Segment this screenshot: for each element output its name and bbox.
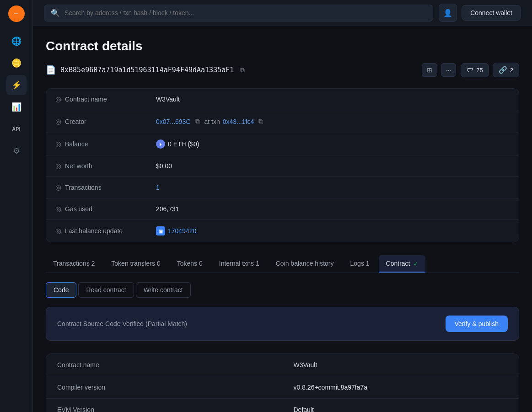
contract-file-icon: 📄 — [46, 65, 56, 75]
address-bar: 📄 0xB85e9607a719a1d51963114aF94F49dAa133… — [46, 63, 519, 77]
detail-label-transactions: ◎ Transactions — [55, 183, 156, 192]
detail-row-transactions: ◎ Transactions 1 — [46, 177, 519, 198]
tab-transactions[interactable]: Transactions 2 — [46, 255, 102, 273]
sidebar-logo[interactable]: − — [8, 5, 25, 22]
contract-info-grid: Contract name W3Vault Compiler version v… — [46, 353, 519, 412]
header: 🔍 👤 Connect wallet — [33, 0, 532, 26]
ci-label-contract-name: Contract name — [46, 354, 283, 376]
connect-wallet-button[interactable]: Connect wallet — [462, 5, 521, 21]
sidebar-item-globe[interactable]: 🌐 — [6, 31, 27, 51]
shield-icon: 🛡 — [467, 66, 473, 74]
detail-label-net-worth: ◎ Net worth — [55, 162, 156, 170]
label-text-net-worth: Net worth — [65, 162, 92, 170]
logo-icon: − — [14, 9, 19, 19]
verify-publish-button[interactable]: Verify & publish — [446, 316, 508, 332]
label-icon-net-worth: ◎ — [55, 162, 61, 170]
detail-value-balance: ♦ 0 ETH ($0) — [156, 139, 199, 149]
net-worth-value: $0.00 — [156, 162, 172, 170]
last-balance-block-link[interactable]: 17049420 — [168, 227, 196, 235]
link-score-badge: 🔗 2 — [493, 63, 519, 77]
tab-coin-balance-history[interactable]: Coin balance history — [269, 255, 341, 273]
api-icon: API — [12, 126, 20, 132]
creator-txn-link[interactable]: 0x43...1fc4 — [223, 118, 254, 125]
detail-label-gas-used: ◎ Gas used — [55, 205, 156, 213]
detail-value-gas-used: 206,731 — [156, 205, 179, 213]
detail-row-contract-name: ◎ Contract name W3Vault — [46, 89, 519, 110]
tab-logs[interactable]: Logs 1 — [343, 255, 377, 273]
ci-label-compiler-version: Compiler version — [46, 376, 283, 399]
verified-check-icon: ✓ — [414, 261, 418, 267]
link-icon: 🔗 — [499, 66, 507, 74]
balance-value: 0 ETH ($0) — [168, 140, 199, 148]
eth-icon: ♦ — [156, 139, 165, 149]
detail-value-net-worth: $0.00 — [156, 162, 172, 170]
detail-row-gas-used: ◎ Gas used 206,731 — [46, 198, 519, 220]
detail-value-transactions: 1 — [156, 184, 160, 191]
verified-banner-text: Contract Source Code Verified (Partial M… — [57, 320, 438, 327]
lightning-icon: ⚡ — [11, 80, 21, 90]
contract-details-table: ◎ Contract name W3Vault ◎ Creator 0x07..… — [46, 88, 519, 242]
sidebar: − 🌐 🪙 ⚡ 📊 API ⚙ — [0, 0, 33, 412]
header-actions: 👤 Connect wallet — [439, 4, 521, 22]
sub-tabs: Code Read contract Write contract — [46, 282, 519, 298]
ci-label-evm-version: EVM Version — [46, 399, 283, 412]
sidebar-item-coins[interactable]: 🪙 — [6, 53, 27, 73]
shield-score-badge: 🛡 75 — [461, 63, 489, 77]
detail-row-last-balance: ◎ Last balance update ▣ 17049420 — [46, 220, 519, 242]
detail-label-creator: ◎ Creator — [55, 118, 156, 126]
grid-view-button[interactable]: ⊞ — [422, 63, 437, 77]
tab-contract[interactable]: Contract ✓ — [379, 255, 426, 273]
page-content: Contract details 📄 0xB85e9607a719a1d5196… — [33, 26, 532, 412]
copy-creator-button[interactable]: ⧉ — [193, 117, 202, 126]
label-icon-last-balance: ◎ — [55, 227, 61, 235]
at-txn-text: at txn — [204, 118, 220, 125]
user-icon-button[interactable]: 👤 — [439, 4, 457, 22]
more-options-button[interactable]: ··· — [441, 63, 457, 77]
detail-label-balance: ◎ Balance — [55, 140, 156, 148]
label-text-last-balance: Last balance update — [65, 227, 123, 235]
search-input[interactable] — [64, 9, 426, 16]
tab-tokens[interactable]: Tokens 0 — [170, 255, 210, 273]
copy-address-button[interactable]: ⧉ — [238, 65, 247, 75]
label-text-creator: Creator — [65, 118, 86, 125]
ci-value-contract-name: W3Vault — [283, 354, 519, 376]
detail-row-net-worth: ◎ Net worth $0.00 — [46, 155, 519, 177]
detail-value-creator: 0x07...693C ⧉ at txn 0x43...1fc4 ⧉ — [156, 117, 265, 126]
label-text-transactions: Transactions — [65, 184, 102, 191]
label-text-contract-name: Contract name — [65, 96, 107, 103]
label-icon-balance: ◎ — [55, 140, 61, 148]
sidebar-item-charts[interactable]: 📊 — [6, 97, 27, 117]
score-badges: 🛡 75 🔗 2 — [461, 63, 519, 77]
tab-token-transfers[interactable]: Token transfers 0 — [104, 255, 167, 273]
label-icon-contract-name: ◎ — [55, 95, 61, 103]
label-text-gas-used: Gas used — [65, 205, 92, 213]
sub-tab-code[interactable]: Code — [46, 282, 76, 298]
user-icon: 👤 — [443, 9, 452, 17]
sub-tab-read-contract[interactable]: Read contract — [78, 282, 134, 298]
coins-icon: 🪙 — [11, 58, 21, 68]
sub-tab-write-contract[interactable]: Write contract — [136, 282, 191, 298]
detail-row-creator: ◎ Creator 0x07...693C ⧉ at txn 0x43...1f… — [46, 110, 519, 133]
search-icon: 🔍 — [51, 9, 60, 17]
ci-value-compiler-version: v0.8.26+commit.8a97fa7a — [283, 376, 519, 399]
creator-address-link[interactable]: 0x07...693C — [156, 118, 191, 125]
page-title: Contract details — [46, 39, 519, 54]
label-icon-gas-used: ◎ — [55, 205, 61, 213]
copy-txn-button[interactable]: ⧉ — [257, 117, 265, 126]
label-icon-creator: ◎ — [55, 118, 61, 126]
detail-row-balance: ◎ Balance ♦ 0 ETH ($0) — [46, 133, 519, 155]
sidebar-item-api[interactable]: API — [6, 119, 27, 139]
detail-label-contract-name: ◎ Contract name — [55, 95, 156, 103]
ci-value-evm-version: Default — [283, 399, 519, 412]
globe-icon: 🌐 — [11, 36, 21, 46]
transactions-count-link[interactable]: 1 — [156, 184, 160, 191]
contract-address: 0xB85e9607a719a1d51963114aF94F49dAa1335a… — [60, 66, 234, 74]
sidebar-item-blocks[interactable]: ⚡ — [6, 75, 27, 95]
sidebar-item-settings[interactable]: ⚙ — [6, 141, 27, 161]
link-score-value: 2 — [510, 67, 513, 74]
main-content: 🔍 👤 Connect wallet Contract details 📄 0x… — [33, 0, 532, 412]
tab-internal-txns[interactable]: Internal txns 1 — [212, 255, 267, 273]
address-toolbar: ⊞ ··· — [422, 63, 457, 77]
detail-value-contract-name: W3Vault — [156, 96, 180, 103]
detail-value-last-balance: ▣ 17049420 — [156, 226, 196, 235]
